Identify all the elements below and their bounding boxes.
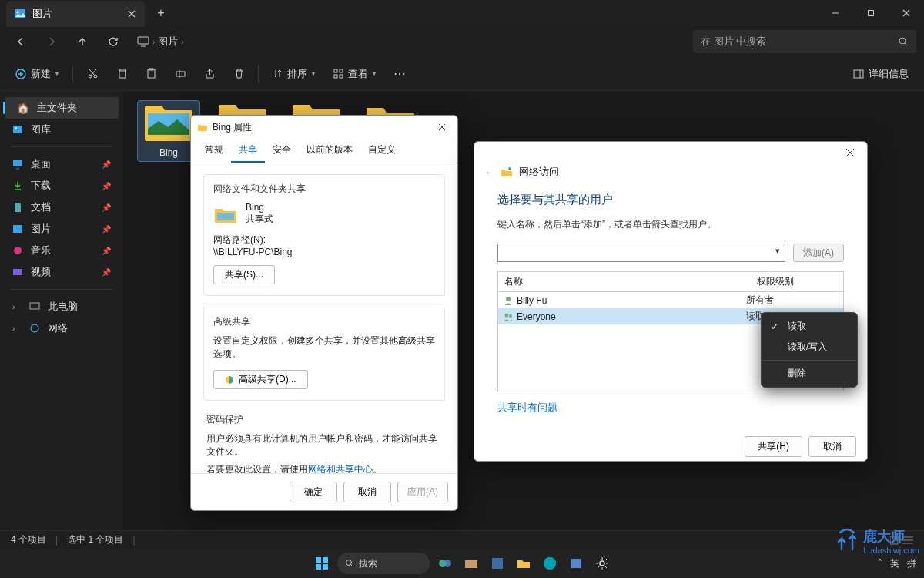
advanced-share-button[interactable]: 高级共享(D)... xyxy=(213,370,308,389)
dialog-header[interactable] xyxy=(474,142,867,163)
task-app[interactable] xyxy=(460,553,482,574)
dialog-title-bar[interactable]: Bing 属性 xyxy=(191,116,457,139)
dialog-desc: 键入名称，然后单击“添加”，或者单击箭头查找用户。 xyxy=(497,218,844,231)
sidebar-gallery[interactable]: 图库 xyxy=(0,119,123,140)
tab-close-icon[interactable] xyxy=(125,7,139,21)
password-section: 密码保护 用户必须具有此计算机的用户帐户和密码，才能访问共享文件夹。 若要更改此… xyxy=(203,412,445,473)
tab-previous[interactable]: 以前的版本 xyxy=(299,139,360,163)
back-icon[interactable]: ← xyxy=(484,166,494,178)
pictures-icon xyxy=(12,223,23,234)
password-change-line: 若要更改此设置，请使用网络和共享中心。 xyxy=(206,463,442,473)
new-button[interactable]: 新建▾ xyxy=(8,62,66,86)
col-permission[interactable]: 权限级别 xyxy=(751,272,843,291)
network-center-link[interactable]: 网络和共享中心 xyxy=(308,464,373,473)
task-settings[interactable] xyxy=(591,553,613,574)
share-button[interactable]: 共享(S)... xyxy=(213,265,275,284)
taskbar: 搜索 ˄ 英 拼 xyxy=(0,549,924,578)
task-edge[interactable] xyxy=(539,553,561,574)
sidebar-music[interactable]: 音乐📌 xyxy=(0,240,123,261)
group-icon xyxy=(503,311,514,322)
share-button[interactable]: 共享(H) xyxy=(745,436,802,457)
dialog-heading: 选择要与其共享的用户 xyxy=(497,193,844,207)
task-app[interactable] xyxy=(565,553,587,574)
close-window-button[interactable] xyxy=(889,0,924,26)
item-count: 4 个项目 xyxy=(11,533,46,546)
sidebar-documents[interactable]: 文档📌 xyxy=(0,197,123,218)
apply-button[interactable]: 应用(A) xyxy=(397,482,448,502)
window-tab[interactable]: 图片 xyxy=(6,1,145,27)
svg-point-43 xyxy=(505,313,509,317)
tray-chevron-icon[interactable]: ˄ xyxy=(878,558,882,569)
back-button[interactable] xyxy=(8,29,34,55)
paste-button[interactable] xyxy=(138,61,164,87)
add-button[interactable]: 添加(A) xyxy=(793,244,844,262)
sort-button[interactable]: 排序▾ xyxy=(265,62,323,86)
watermark: 鹿大师 Ludashiwj.com xyxy=(834,527,919,555)
pin-icon: 📌 xyxy=(102,268,111,277)
tab-custom[interactable]: 自定义 xyxy=(360,139,403,163)
system-tray[interactable]: ˄ 英 拼 xyxy=(878,557,916,570)
ime-indicator[interactable]: 拼 xyxy=(907,557,916,570)
close-button[interactable] xyxy=(433,118,451,136)
table-row[interactable]: Billy Fu 所有者 xyxy=(498,292,843,308)
ok-button[interactable]: 确定 xyxy=(290,482,337,502)
svg-rect-23 xyxy=(30,303,39,309)
col-name[interactable]: 名称 xyxy=(498,272,751,291)
forward-button[interactable] xyxy=(38,29,65,55)
up-button[interactable] xyxy=(69,29,95,55)
section-desc: 设置自定义权限，创建多个共享，并设置其他高级共享选项。 xyxy=(213,334,435,361)
tab-general[interactable]: 常规 xyxy=(197,139,231,163)
rename-button[interactable] xyxy=(167,61,193,87)
minimize-button[interactable] xyxy=(818,0,853,26)
sidebar-downloads[interactable]: 下载📌 xyxy=(0,175,123,197)
svg-rect-12 xyxy=(334,69,337,72)
menu-readwrite[interactable]: 读取/写入 xyxy=(762,337,857,358)
cancel-button[interactable]: 取消 xyxy=(343,482,391,502)
view-button[interactable]: 查看▾ xyxy=(326,62,383,86)
help-link[interactable]: 共享时有问题 xyxy=(497,402,557,413)
menu-read[interactable]: ✓读取 xyxy=(762,316,857,337)
svg-point-44 xyxy=(509,314,512,318)
dialog-footer: 共享(H) 取消 xyxy=(474,427,867,466)
sidebar-pictures[interactable]: 图片📌 xyxy=(0,218,123,240)
search-placeholder: 在 图片 中搜索 xyxy=(701,35,766,49)
maximize-button[interactable] xyxy=(853,0,889,26)
sidebar-videos[interactable]: 视频📌 xyxy=(0,261,123,283)
sidebar-network[interactable]: ›网络 xyxy=(0,318,123,339)
breadcrumb-item[interactable]: 图片 xyxy=(158,35,178,49)
task-app[interactable] xyxy=(487,553,508,574)
tab-share[interactable]: 共享 xyxy=(231,139,265,163)
taskbar-search[interactable]: 搜索 xyxy=(337,553,430,574)
task-explorer[interactable] xyxy=(513,553,534,574)
cancel-button[interactable]: 取消 xyxy=(808,436,856,457)
svg-rect-15 xyxy=(340,75,343,78)
start-button[interactable] xyxy=(311,553,333,574)
details-pane-button[interactable]: 详细信息 xyxy=(845,62,916,86)
user-combo[interactable] xyxy=(497,244,785,262)
task-app[interactable] xyxy=(434,553,456,574)
menu-remove[interactable]: 删除 xyxy=(762,363,857,384)
more-button[interactable]: ⋯ xyxy=(387,61,413,87)
pictures-icon xyxy=(14,8,26,20)
sidebar-home[interactable]: 🏠主文件夹 xyxy=(5,97,119,119)
delete-button[interactable] xyxy=(226,61,252,87)
close-button[interactable] xyxy=(839,142,861,163)
nav-bar: › 图片 › 在 图片 中搜索 xyxy=(0,26,924,57)
svg-rect-2 xyxy=(869,11,874,16)
svg-rect-8 xyxy=(119,71,126,78)
search-input[interactable]: 在 图片 中搜索 xyxy=(693,30,916,53)
user-icon xyxy=(503,295,514,306)
refresh-button[interactable] xyxy=(100,29,126,55)
new-tab-button[interactable]: + xyxy=(149,2,172,25)
share-status: 共享式 xyxy=(246,213,273,226)
sidebar-thispc[interactable]: ›此电脑 xyxy=(0,296,123,318)
sidebar-desktop[interactable]: 桌面📌 xyxy=(0,153,123,175)
breadcrumb[interactable]: › 图片 › xyxy=(137,35,184,49)
cut-button[interactable] xyxy=(79,61,105,87)
folder-icon xyxy=(143,104,194,143)
lang-indicator[interactable]: 英 xyxy=(890,557,899,570)
share-button[interactable] xyxy=(196,61,223,87)
tab-security[interactable]: 安全 xyxy=(265,139,299,163)
copy-button[interactable] xyxy=(109,61,135,87)
svg-rect-14 xyxy=(334,75,337,78)
